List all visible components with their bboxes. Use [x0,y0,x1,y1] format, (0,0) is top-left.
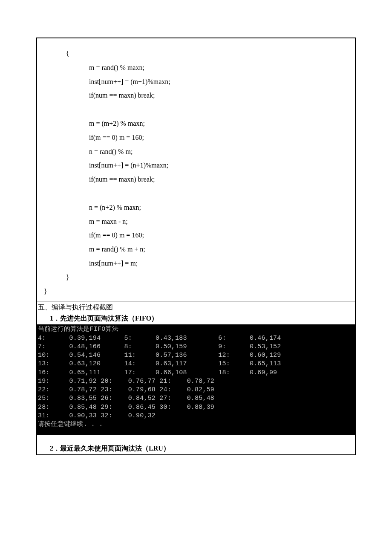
code-line: inst[num++] = m; [41,257,351,271]
terminal-output-fifo: 当前运行的算法是FIFO算法 4: 0.39,194 5: 0.43,183 6… [37,324,355,435]
page-frame: {m = rand() % maxn;inst[num++] = (m+1)%m… [36,38,356,455]
code-line: if(m == 0) m = 160; [41,228,351,243]
code-line: m = maxn - n; [41,215,351,229]
code-line: if(m == 0) m = 160; [41,131,351,145]
code-line [41,187,351,201]
code-line [41,103,351,117]
code-line: inst[num++] = (m+1)%maxn; [41,75,351,89]
code-line: m = rand() % m + n; [41,243,351,257]
section-5-heading: 五、编译与执行过程截图 [37,301,355,312]
code-line: m = rand() % maxn; [41,61,351,75]
code-line: if(num == maxn) break; [41,89,351,103]
code-line: m = (m+2) % maxn; [41,117,351,131]
code-line: } [41,271,351,285]
code-line: if(num == maxn) break; [41,173,351,187]
code-line: n = (n+2) % maxn; [41,201,351,215]
code-block: {m = rand() % maxn;inst[num++] = (m+1)%m… [37,38,355,301]
code-line: n = rand() % m; [41,145,351,159]
subheading-fifo: 1．先进先出页面淘汰算法（FIFO） [37,312,355,324]
code-line: inst[num++] = (n+1)%maxn; [41,159,351,173]
subheading-lru: 2．最近最久未使用页面淘汰法（LRU） [37,442,355,454]
spacer [37,435,355,442]
code-line: } [41,285,351,299]
code-line: { [41,47,351,61]
